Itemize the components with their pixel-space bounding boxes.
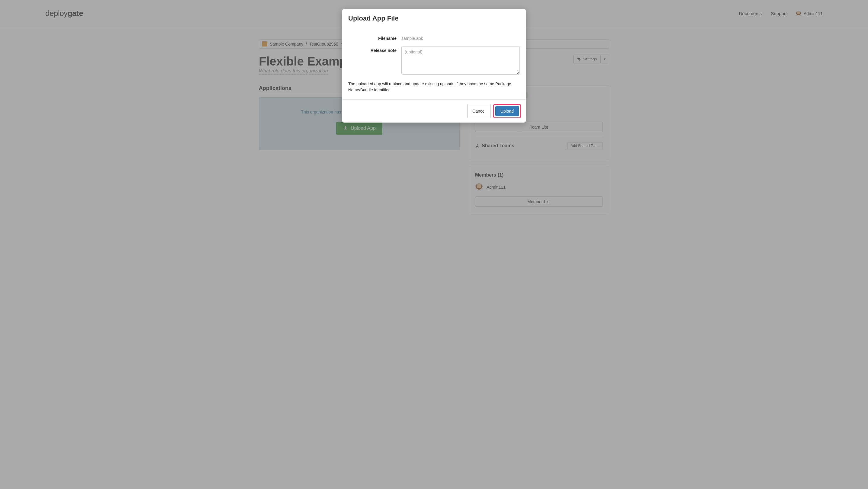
upload-modal: Upload App File Filename sample.apk Rele… — [342, 9, 526, 123]
modal-title: Upload App File — [348, 14, 520, 22]
cancel-button[interactable]: Cancel — [467, 104, 491, 118]
filename-label: Filename — [348, 34, 401, 41]
upload-highlight: Upload — [493, 104, 521, 118]
modal-info-text: The uploaded app will replace and update… — [348, 81, 520, 93]
filename-value: sample.apk — [401, 34, 520, 41]
upload-button[interactable]: Upload — [495, 106, 519, 116]
modal-overlay: Upload App File Filename sample.apk Rele… — [0, 0, 868, 225]
release-note-input[interactable] — [401, 46, 520, 74]
release-note-label: Release note — [348, 46, 401, 53]
